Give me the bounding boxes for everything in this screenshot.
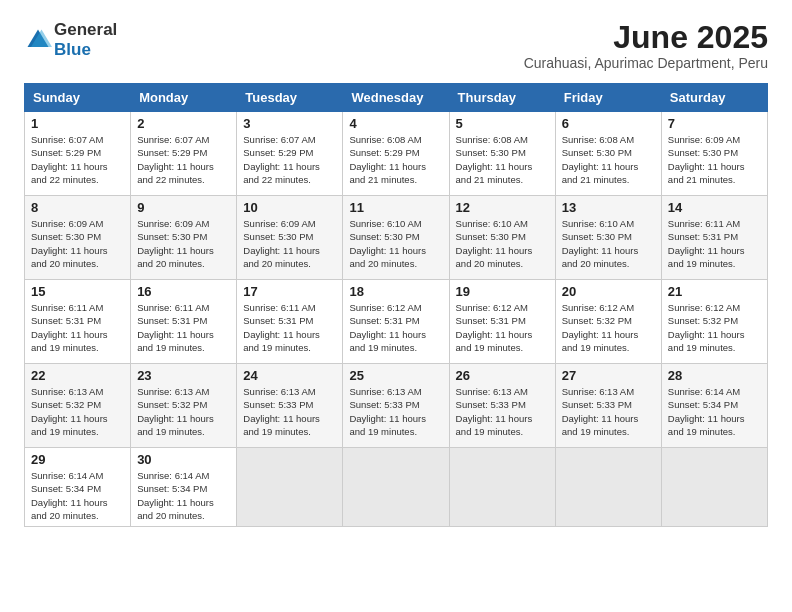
day-number: 20 <box>562 284 655 299</box>
day-number: 7 <box>668 116 761 131</box>
day-number: 16 <box>137 284 230 299</box>
logo: General Blue <box>24 20 117 60</box>
day-info: Sunrise: 6:13 AMSunset: 5:33 PMDaylight:… <box>456 385 549 438</box>
day-number: 28 <box>668 368 761 383</box>
table-row <box>555 448 661 527</box>
day-info: Sunrise: 6:10 AMSunset: 5:30 PMDaylight:… <box>456 217 549 270</box>
day-number: 2 <box>137 116 230 131</box>
day-number: 29 <box>31 452 124 467</box>
day-info: Sunrise: 6:13 AMSunset: 5:32 PMDaylight:… <box>31 385 124 438</box>
table-row: 19Sunrise: 6:12 AMSunset: 5:31 PMDayligh… <box>449 280 555 364</box>
day-info: Sunrise: 6:11 AMSunset: 5:31 PMDaylight:… <box>137 301 230 354</box>
table-row: 14Sunrise: 6:11 AMSunset: 5:31 PMDayligh… <box>661 196 767 280</box>
day-info: Sunrise: 6:08 AMSunset: 5:30 PMDaylight:… <box>456 133 549 186</box>
header-thursday: Thursday <box>449 84 555 112</box>
day-number: 25 <box>349 368 442 383</box>
day-info: Sunrise: 6:12 AMSunset: 5:31 PMDaylight:… <box>349 301 442 354</box>
day-number: 10 <box>243 200 336 215</box>
day-info: Sunrise: 6:09 AMSunset: 5:30 PMDaylight:… <box>668 133 761 186</box>
day-info: Sunrise: 6:07 AMSunset: 5:29 PMDaylight:… <box>31 133 124 186</box>
header-sunday: Sunday <box>25 84 131 112</box>
day-number: 8 <box>31 200 124 215</box>
table-row: 5Sunrise: 6:08 AMSunset: 5:30 PMDaylight… <box>449 112 555 196</box>
day-info: Sunrise: 6:09 AMSunset: 5:30 PMDaylight:… <box>31 217 124 270</box>
day-number: 9 <box>137 200 230 215</box>
day-number: 17 <box>243 284 336 299</box>
table-row: 11Sunrise: 6:10 AMSunset: 5:30 PMDayligh… <box>343 196 449 280</box>
table-row: 3Sunrise: 6:07 AMSunset: 5:29 PMDaylight… <box>237 112 343 196</box>
day-info: Sunrise: 6:13 AMSunset: 5:33 PMDaylight:… <box>243 385 336 438</box>
table-row: 7Sunrise: 6:09 AMSunset: 5:30 PMDaylight… <box>661 112 767 196</box>
logo-general: General <box>54 20 117 39</box>
day-number: 5 <box>456 116 549 131</box>
day-info: Sunrise: 6:09 AMSunset: 5:30 PMDaylight:… <box>243 217 336 270</box>
day-number: 19 <box>456 284 549 299</box>
table-row: 17Sunrise: 6:11 AMSunset: 5:31 PMDayligh… <box>237 280 343 364</box>
day-info: Sunrise: 6:07 AMSunset: 5:29 PMDaylight:… <box>243 133 336 186</box>
table-row: 16Sunrise: 6:11 AMSunset: 5:31 PMDayligh… <box>131 280 237 364</box>
day-info: Sunrise: 6:07 AMSunset: 5:29 PMDaylight:… <box>137 133 230 186</box>
table-row <box>343 448 449 527</box>
day-info: Sunrise: 6:09 AMSunset: 5:30 PMDaylight:… <box>137 217 230 270</box>
table-row: 18Sunrise: 6:12 AMSunset: 5:31 PMDayligh… <box>343 280 449 364</box>
table-row <box>661 448 767 527</box>
header: General Blue June 2025 Curahuasi, Apurim… <box>24 20 768 71</box>
day-info: Sunrise: 6:14 AMSunset: 5:34 PMDaylight:… <box>137 469 230 522</box>
day-info: Sunrise: 6:14 AMSunset: 5:34 PMDaylight:… <box>31 469 124 522</box>
day-number: 24 <box>243 368 336 383</box>
day-number: 22 <box>31 368 124 383</box>
header-monday: Monday <box>131 84 237 112</box>
table-row: 13Sunrise: 6:10 AMSunset: 5:30 PMDayligh… <box>555 196 661 280</box>
logo-blue: Blue <box>54 40 91 59</box>
table-row: 10Sunrise: 6:09 AMSunset: 5:30 PMDayligh… <box>237 196 343 280</box>
day-info: Sunrise: 6:08 AMSunset: 5:29 PMDaylight:… <box>349 133 442 186</box>
table-row: 21Sunrise: 6:12 AMSunset: 5:32 PMDayligh… <box>661 280 767 364</box>
day-info: Sunrise: 6:14 AMSunset: 5:34 PMDaylight:… <box>668 385 761 438</box>
table-row: 8Sunrise: 6:09 AMSunset: 5:30 PMDaylight… <box>25 196 131 280</box>
day-number: 18 <box>349 284 442 299</box>
table-row: 6Sunrise: 6:08 AMSunset: 5:30 PMDaylight… <box>555 112 661 196</box>
day-number: 27 <box>562 368 655 383</box>
day-info: Sunrise: 6:13 AMSunset: 5:32 PMDaylight:… <box>137 385 230 438</box>
table-row: 29Sunrise: 6:14 AMSunset: 5:34 PMDayligh… <box>25 448 131 527</box>
table-row: 15Sunrise: 6:11 AMSunset: 5:31 PMDayligh… <box>25 280 131 364</box>
day-info: Sunrise: 6:11 AMSunset: 5:31 PMDaylight:… <box>668 217 761 270</box>
day-info: Sunrise: 6:11 AMSunset: 5:31 PMDaylight:… <box>243 301 336 354</box>
day-number: 6 <box>562 116 655 131</box>
day-number: 26 <box>456 368 549 383</box>
table-row <box>237 448 343 527</box>
day-number: 15 <box>31 284 124 299</box>
table-row: 20Sunrise: 6:12 AMSunset: 5:32 PMDayligh… <box>555 280 661 364</box>
table-row: 30Sunrise: 6:14 AMSunset: 5:34 PMDayligh… <box>131 448 237 527</box>
day-number: 23 <box>137 368 230 383</box>
day-number: 12 <box>456 200 549 215</box>
day-number: 11 <box>349 200 442 215</box>
day-info: Sunrise: 6:12 AMSunset: 5:32 PMDaylight:… <box>562 301 655 354</box>
table-row: 1Sunrise: 6:07 AMSunset: 5:29 PMDaylight… <box>25 112 131 196</box>
table-row <box>449 448 555 527</box>
title-block: June 2025 Curahuasi, Apurimac Department… <box>524 20 768 71</box>
table-row: 23Sunrise: 6:13 AMSunset: 5:32 PMDayligh… <box>131 364 237 448</box>
day-number: 14 <box>668 200 761 215</box>
calendar-title: June 2025 <box>524 20 768 55</box>
table-row: 4Sunrise: 6:08 AMSunset: 5:29 PMDaylight… <box>343 112 449 196</box>
day-info: Sunrise: 6:08 AMSunset: 5:30 PMDaylight:… <box>562 133 655 186</box>
header-saturday: Saturday <box>661 84 767 112</box>
table-row: 26Sunrise: 6:13 AMSunset: 5:33 PMDayligh… <box>449 364 555 448</box>
day-info: Sunrise: 6:10 AMSunset: 5:30 PMDaylight:… <box>562 217 655 270</box>
day-number: 13 <box>562 200 655 215</box>
day-info: Sunrise: 6:13 AMSunset: 5:33 PMDaylight:… <box>349 385 442 438</box>
day-info: Sunrise: 6:13 AMSunset: 5:33 PMDaylight:… <box>562 385 655 438</box>
table-row: 24Sunrise: 6:13 AMSunset: 5:33 PMDayligh… <box>237 364 343 448</box>
table-row: 27Sunrise: 6:13 AMSunset: 5:33 PMDayligh… <box>555 364 661 448</box>
day-number: 4 <box>349 116 442 131</box>
table-row: 2Sunrise: 6:07 AMSunset: 5:29 PMDaylight… <box>131 112 237 196</box>
header-wednesday: Wednesday <box>343 84 449 112</box>
day-info: Sunrise: 6:11 AMSunset: 5:31 PMDaylight:… <box>31 301 124 354</box>
day-number: 30 <box>137 452 230 467</box>
calendar-subtitle: Curahuasi, Apurimac Department, Peru <box>524 55 768 71</box>
day-number: 1 <box>31 116 124 131</box>
calendar-table: Sunday Monday Tuesday Wednesday Thursday… <box>24 83 768 527</box>
table-row: 28Sunrise: 6:14 AMSunset: 5:34 PMDayligh… <box>661 364 767 448</box>
calendar-header-row: Sunday Monday Tuesday Wednesday Thursday… <box>25 84 768 112</box>
